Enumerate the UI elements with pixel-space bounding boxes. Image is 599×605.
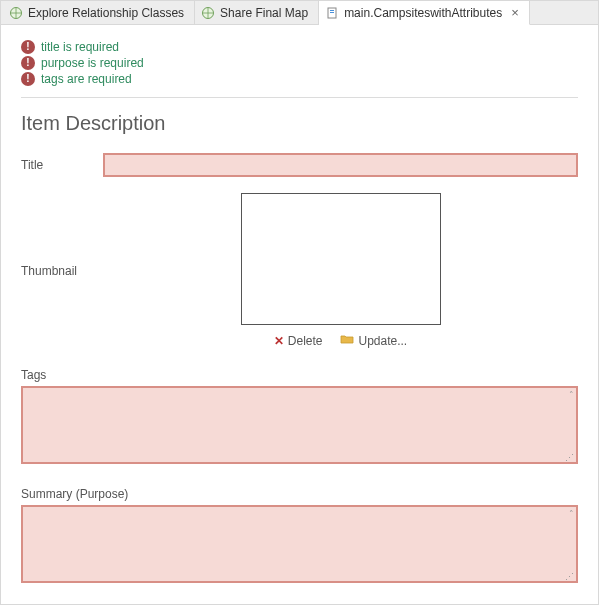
- tab-label: Share Final Map: [220, 6, 308, 20]
- warning-row: ! tags are required: [21, 71, 578, 87]
- warning-row: ! title is required: [21, 39, 578, 55]
- tags-label: Tags: [21, 368, 578, 382]
- globe-icon: [201, 6, 215, 20]
- tab-strip: Explore Relationship Classes Share Final…: [1, 1, 598, 25]
- validation-warnings: ! title is required ! purpose is require…: [21, 39, 578, 87]
- thumbnail-actions: ✕ Delete Update...: [274, 333, 407, 348]
- folder-icon: [340, 333, 354, 348]
- tab-explore-relationship-classes[interactable]: Explore Relationship Classes: [3, 1, 195, 24]
- x-icon: ✕: [274, 334, 284, 348]
- warning-text: title is required: [41, 40, 119, 54]
- tab-share-final-map[interactable]: Share Final Map: [195, 1, 319, 24]
- title-row: Title: [21, 153, 578, 177]
- tab-label: Explore Relationship Classes: [28, 6, 184, 20]
- warning-text: purpose is required: [41, 56, 144, 70]
- thumbnail-preview[interactable]: [241, 193, 441, 325]
- summary-input[interactable]: [21, 505, 578, 583]
- tab-label: main.CampsiteswithAttributes: [344, 6, 502, 20]
- error-icon: !: [21, 56, 35, 70]
- svg-rect-4: [330, 12, 334, 13]
- error-icon: !: [21, 40, 35, 54]
- section-heading: Item Description: [21, 112, 578, 135]
- delete-label: Delete: [288, 334, 323, 348]
- close-icon[interactable]: ×: [511, 6, 519, 19]
- content-panel: ! title is required ! purpose is require…: [1, 25, 598, 586]
- summary-block: Summary (Purpose) ˄ ⋰: [21, 487, 578, 586]
- tab-main-campsites[interactable]: main.CampsiteswithAttributes ×: [319, 1, 530, 25]
- divider: [21, 97, 578, 98]
- thumbnail-area: ✕ Delete Update...: [103, 193, 578, 348]
- warning-row: ! purpose is required: [21, 55, 578, 71]
- title-label: Title: [21, 158, 91, 172]
- update-label: Update...: [358, 334, 407, 348]
- thumbnail-label: Thumbnail: [21, 264, 91, 278]
- thumbnail-row: Thumbnail ✕ Delete Update...: [21, 193, 578, 348]
- tags-block: Tags ˄ ⋰: [21, 368, 578, 467]
- delete-thumbnail-button[interactable]: ✕ Delete: [274, 333, 323, 348]
- warning-text: tags are required: [41, 72, 132, 86]
- update-thumbnail-button[interactable]: Update...: [340, 333, 407, 348]
- summary-label: Summary (Purpose): [21, 487, 578, 501]
- title-input[interactable]: [103, 153, 578, 177]
- error-icon: !: [21, 72, 35, 86]
- globe-icon: [9, 6, 23, 20]
- svg-rect-3: [330, 10, 334, 11]
- tags-input[interactable]: [21, 386, 578, 464]
- file-icon: [325, 6, 339, 20]
